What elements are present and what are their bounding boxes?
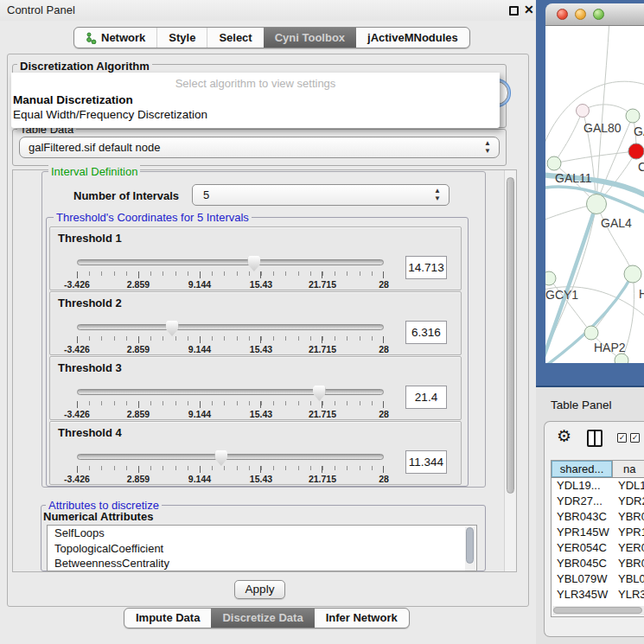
node-pink[interactable]: [577, 105, 590, 118]
axis-label: 9.144: [188, 279, 211, 290]
table-row[interactable]: YLR345WYLR3: [552, 587, 644, 603]
checkbox-icon[interactable]: ✓: [630, 433, 640, 443]
vertical-scrollbar[interactable]: [504, 170, 516, 571]
slider-track[interactable]: [77, 324, 384, 330]
column-header-name[interactable]: na: [612, 461, 644, 477]
tab-network-label: Network: [101, 31, 145, 44]
tab-discretize-data[interactable]: Discretize Data: [211, 609, 314, 628]
algorithm-placeholder-option[interactable]: Select algorithm to view settings: [11, 77, 500, 90]
horizontal-scrollbar[interactable]: [552, 606, 644, 615]
list-scrollbar-thumb[interactable]: [466, 527, 474, 564]
list-item[interactable]: SelfLoops: [48, 526, 476, 541]
close-icon[interactable]: ✕: [524, 3, 534, 16]
algorithm-option-manual[interactable]: Manual Discretization: [13, 93, 500, 106]
axis-label: 2.859: [127, 409, 150, 419]
threshold-3-value-input[interactable]: 21.4: [405, 386, 447, 409]
algorithm-option-equal-width[interactable]: Equal Width/Frequency Discretization: [13, 108, 500, 121]
axis-label: 9.144: [188, 344, 211, 354]
tab-impute-data[interactable]: Impute Data: [124, 609, 211, 628]
node-gal4[interactable]: [587, 194, 607, 214]
table-data-combobox[interactable]: galFiltered.sif default node ▲▼: [19, 137, 500, 158]
table-row[interactable]: YDR27...YDR2: [552, 494, 644, 509]
axis-label: 15.43: [250, 344, 272, 354]
axis-label: 15.43: [250, 474, 272, 484]
network-window-frame[interactable]: GAL80 GA GAL11 C GAL4 GCY1 H HAP2: [536, 0, 644, 387]
axis-label: -3.426: [64, 279, 90, 290]
zoom-traffic-light-icon[interactable]: [593, 9, 604, 20]
threshold-4-panel: Threshold 4 -3.4262.8599.14415.4321.7152…: [49, 421, 462, 485]
list-item[interactable]: BetweennessCentrality: [48, 556, 476, 571]
node-right[interactable]: [624, 265, 641, 283]
table-row[interactable]: YER054CYER0: [552, 540, 644, 556]
tab-infer-network[interactable]: Infer Network: [315, 609, 409, 628]
tab-style[interactable]: Style: [156, 28, 207, 48]
network-window-titlebar[interactable]: [545, 3, 644, 26]
column-layout-icon[interactable]: [587, 430, 603, 447]
minimize-traffic-light-icon[interactable]: [575, 9, 586, 20]
node-label: C: [638, 160, 644, 174]
tab-network[interactable]: Network: [74, 28, 156, 48]
slider-thumb[interactable]: [214, 450, 227, 466]
tab-select[interactable]: Select: [207, 28, 263, 48]
axis-label: 21.715: [309, 344, 336, 354]
tab-cyni-toolbox[interactable]: Cyni Toolbox: [264, 28, 356, 48]
slider-thumb[interactable]: [313, 386, 326, 401]
node-label: GAL4: [601, 216, 632, 230]
node-hap2[interactable]: [584, 326, 598, 340]
network-canvas[interactable]: GAL80 GA GAL11 C GAL4 GCY1 H HAP2: [545, 26, 644, 363]
threshold-2-value-input[interactable]: 6.316: [405, 321, 447, 344]
network-icon: [86, 32, 97, 44]
table-row[interactable]: YPR145WYPR1: [552, 525, 644, 540]
threshold-2-label: Threshold 2: [58, 296, 122, 309]
table-panel-title: Table Panel: [551, 399, 612, 411]
axis-label: 28: [379, 409, 389, 419]
bottom-tab-bar: Impute Data Discretize Data Infer Networ…: [124, 608, 410, 628]
axis-label: 21.715: [309, 474, 336, 484]
node-red-selected[interactable]: [628, 143, 644, 159]
node-bottom[interactable]: [615, 354, 628, 363]
threshold-4-value-input[interactable]: 11.344: [405, 450, 447, 474]
numerical-attributes-list: SelfLoops TopologicalCoefficient Between…: [47, 525, 477, 571]
control-panel-titlebar: Control Panel ✕: [0, 0, 536, 21]
axis-label: 2.859: [127, 279, 150, 290]
node-green[interactable]: [626, 109, 640, 123]
application-root: Control Panel ✕ Network Style Select Cyn…: [0, 0, 644, 644]
column-header-shared-name[interactable]: shared...: [552, 461, 612, 477]
slider-axis: -3.4262.8599.14415.4321.71528: [77, 279, 384, 290]
node-gal11[interactable]: [547, 156, 561, 170]
slider-major-ticks: [77, 271, 384, 278]
slider-major-ticks: [77, 336, 384, 343]
close-traffic-light-icon[interactable]: [557, 9, 568, 20]
axis-label: 28: [379, 474, 389, 484]
tab-jactivemnodules[interactable]: jActiveMNodules: [356, 28, 469, 48]
checkbox-icon[interactable]: ✓: [617, 433, 627, 443]
table-row[interactable]: YBR043CYBR0: [552, 509, 644, 525]
table-row[interactable]: YDL19...YDL1: [552, 478, 644, 494]
slider-thumb[interactable]: [166, 321, 179, 336]
gear-icon[interactable]: ⚙: [557, 426, 571, 446]
table-header-row: shared... na: [552, 461, 644, 478]
float-window-icon[interactable]: [509, 6, 519, 16]
table-row[interactable]: YBL079WYBL0: [552, 571, 644, 587]
numerical-attributes-label: Numerical Attributes: [43, 510, 153, 523]
threshold-2-slider: -3.4262.8599.14415.4321.71528: [77, 321, 384, 354]
axis-label: -3.426: [64, 474, 90, 484]
slider-track[interactable]: [77, 454, 384, 460]
table-row[interactable]: YBR045CYBR0: [552, 556, 644, 571]
threshold-1-label: Threshold 1: [58, 232, 122, 245]
slider-axis: -3.4262.8599.14415.4321.71528: [77, 474, 384, 484]
number-of-intervals-combobox[interactable]: 5 ▲▼: [192, 184, 450, 206]
node-gcy1[interactable]: [545, 271, 556, 285]
apply-button[interactable]: Apply: [234, 580, 285, 599]
threshold-1-value-input[interactable]: 14.713: [405, 256, 447, 279]
slider-thumb[interactable]: [247, 256, 260, 271]
horizontal-scrollbar-thumb[interactable]: [553, 607, 642, 614]
list-item[interactable]: TopologicalCoefficient: [48, 541, 476, 557]
vertical-scrollbar-thumb[interactable]: [507, 177, 514, 494]
thresholds-group-title: Threshold's Coordinates for 5 Intervals: [54, 211, 252, 224]
slider-track[interactable]: [77, 389, 384, 395]
node-attribute-table: shared... na YDL19...YDL1 YDR27...YDR2 Y…: [551, 460, 644, 617]
axis-label: 21.715: [309, 279, 336, 290]
slider-track[interactable]: [77, 259, 384, 265]
list-scrollbar[interactable]: [465, 526, 475, 571]
